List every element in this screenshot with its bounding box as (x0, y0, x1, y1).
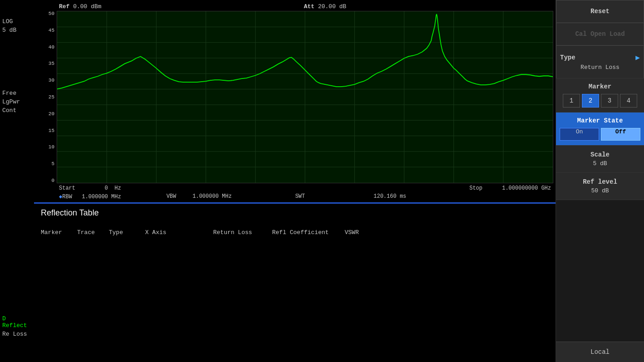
ref-header: Ref 0.00 dBm (59, 3, 102, 10)
chart-bottom: Start 0 Hz Stop 1.000000000 GHz (36, 183, 553, 192)
reflection-section: Reflection Table Marker Trace Type X Axi… (34, 204, 556, 362)
start-value: 0 (105, 185, 108, 191)
marker-title: Marker (560, 83, 640, 90)
lgpwr-label: LgPwr (2, 98, 32, 105)
marker-state-on-button[interactable]: On (560, 128, 599, 141)
marker-btn-2[interactable]: 2 (582, 94, 599, 108)
chart-params: ◆RBW 1.000000 MHz VBW 1.000000 MHz SWT 1… (36, 192, 553, 202)
d-reflect-label: D Reflect (2, 315, 32, 329)
cont-label: Cont (2, 107, 32, 114)
marker-buttons: 1 2 3 4 (560, 94, 640, 108)
marker-btn-1[interactable]: 1 (563, 94, 580, 108)
y-axis: 50 45 40 35 30 25 20 15 10 5 0 (36, 11, 57, 183)
marker-btn-3[interactable]: 3 (601, 94, 618, 108)
chart-wrapper: 50 45 40 35 30 25 20 15 10 5 0 (36, 11, 553, 183)
ref-level-section: Ref level 50 dB (556, 173, 644, 200)
chart-header: Ref 0.00 dBm Att 20.00 dB (36, 2, 553, 11)
cal-open-load-button[interactable]: Cal Open Load (556, 23, 644, 45)
col-return-loss: Return Loss (213, 229, 272, 236)
att-header: Att 20.00 dB (304, 3, 346, 10)
col-marker: Marker (41, 229, 77, 236)
main-content: Ref 0.00 dBm Att 20.00 dB 50 45 40 35 30… (34, 0, 556, 362)
scale-title: Scale (560, 151, 640, 158)
reflection-table-title: Reflection Table (41, 208, 549, 218)
spectrum-chart (57, 11, 553, 183)
scale-value: 5 dB (560, 160, 640, 167)
log-label: LOG (2, 18, 32, 25)
rbw-param: ◆RBW 1.000000 MHz (59, 193, 121, 200)
type-button[interactable]: Type ▶ Return Loss (556, 45, 644, 78)
vbw-param: VBW 1.000000 MHz (166, 193, 232, 200)
free-label: Free (2, 90, 32, 97)
marker-state-buttons: On Off (560, 128, 640, 141)
swt-param: SWT 120.160 ms (295, 193, 406, 200)
col-type: Type (109, 229, 145, 236)
scale-label: 5 dB (2, 27, 32, 34)
marker-btn-4[interactable]: 4 (620, 94, 637, 108)
col-xaxis: X Axis (145, 229, 213, 236)
left-panel: LOG 5 dB Free LgPwr Cont D Reflect Re Lo… (0, 0, 34, 362)
col-trace: Trace (77, 229, 109, 236)
marker-state-title: Marker State (560, 117, 640, 124)
start-label: Start (59, 185, 75, 191)
type-arrow-icon: ▶ (635, 53, 640, 62)
ref-level-value: 50 dB (560, 187, 640, 194)
col-vswr: VSWR (345, 229, 390, 236)
marker-section: Marker 1 2 3 4 (556, 78, 644, 113)
right-panel: Reset Cal Open Load Type ▶ Return Loss M… (556, 0, 644, 362)
ref-level-title: Ref level (560, 178, 640, 186)
stop-value: 1.000000000 GHz (502, 185, 551, 191)
marker-state-section: Marker State On Off (556, 113, 644, 146)
col-refl-coefficient: Refl Coefficient (272, 229, 345, 236)
local-button[interactable]: Local (556, 342, 644, 362)
reset-button[interactable]: Reset (556, 0, 644, 23)
reflection-table-header: Marker Trace Type X Axis Return Loss Ref… (41, 227, 549, 238)
scale-section: Scale 5 dB (556, 146, 644, 173)
chart-container: Ref 0.00 dBm Att 20.00 dB 50 45 40 35 30… (34, 0, 556, 202)
re-loss-label: Re Loss (2, 331, 32, 338)
stop-label: Stop (469, 185, 483, 191)
marker-state-off-button[interactable]: Off (601, 128, 640, 141)
start-unit: Hz (114, 185, 121, 191)
